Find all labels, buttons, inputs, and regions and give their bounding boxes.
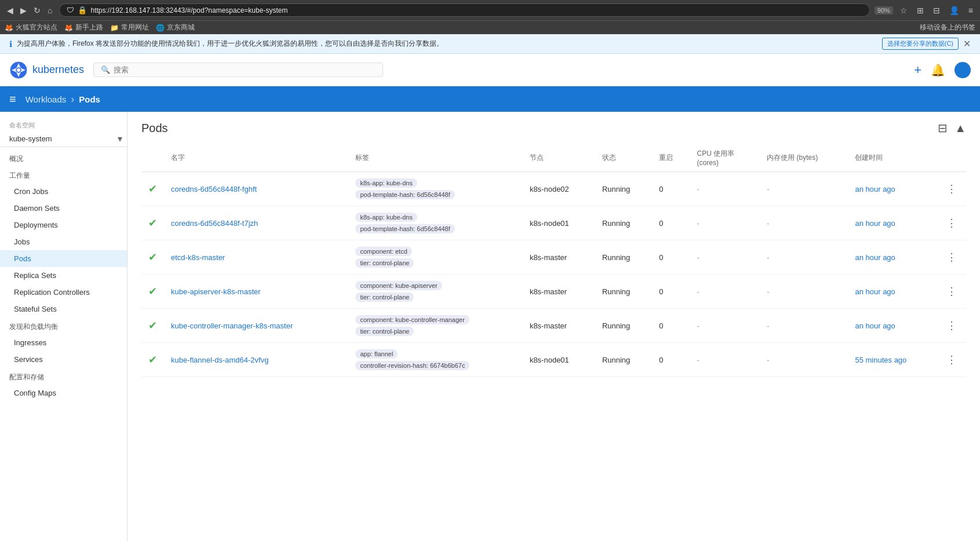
search-input[interactable] <box>114 65 376 74</box>
pod-more-button[interactable]: ⋮ <box>944 317 959 334</box>
sidebar-item-ingresses[interactable]: Ingresses <box>0 334 127 351</box>
pod-more-button[interactable]: ⋮ <box>944 180 959 198</box>
pod-name-link[interactable]: etcd-k8s-master <box>171 253 225 262</box>
sort-button[interactable]: ▲ <box>955 122 966 135</box>
pod-status-icon: ✔ <box>141 309 164 343</box>
sidebar-item-config-maps[interactable]: Config Maps <box>0 385 127 401</box>
search-bar[interactable]: 🔍 <box>93 63 383 77</box>
pod-node-cell: k8s-master <box>523 240 595 275</box>
tag-chip: controller-revision-hash: 6674b6b67c <box>355 361 469 370</box>
mobile-bookmarks[interactable]: 移动设备上的书签 <box>920 23 975 32</box>
pod-created-cell: an hour ago <box>848 309 937 343</box>
bookmark-label: 京东商城 <box>167 23 195 32</box>
sidebar-group-workloads: 工作量 <box>0 166 127 183</box>
pod-more-button[interactable]: ⋮ <box>944 214 959 232</box>
breadcrumb-separator: › <box>71 93 74 105</box>
back-button[interactable]: ◀ <box>5 5 16 16</box>
forward-button[interactable]: ▶ <box>18 5 29 16</box>
reload-button[interactable]: ↻ <box>31 5 43 16</box>
sidebar-item-cron-jobs[interactable]: Cron Jobs <box>0 183 127 200</box>
bookmark-label: 新手上路 <box>75 23 103 32</box>
notification-action-button[interactable]: 选择您要分享的数据(C) <box>882 38 959 50</box>
pod-name-link[interactable]: coredns-6d56c8448f-t7jzh <box>171 219 258 228</box>
pod-memory-cell: - <box>760 206 848 240</box>
pod-name-link[interactable]: kube-apiserver-k8s-master <box>171 287 261 296</box>
filter-button[interactable]: ⊟ <box>938 121 948 135</box>
pod-status-icon: ✔ <box>141 206 164 240</box>
bookmark-firefox[interactable]: 🦊 火狐官方站点 <box>5 23 57 32</box>
pod-more-button[interactable]: ⋮ <box>944 248 959 266</box>
sidebar-item-stateful-sets[interactable]: Stateful Sets <box>0 301 127 317</box>
star-button[interactable]: ☆ <box>898 5 910 16</box>
bookmark-jd[interactable]: 🌐 京东商城 <box>156 23 195 32</box>
sidebar-item-pods[interactable]: Pods <box>0 250 127 267</box>
sidebar-item-replica-sets[interactable]: Replica Sets <box>0 267 127 284</box>
pod-more-button[interactable]: ⋮ <box>944 283 959 300</box>
extensions-button[interactable]: ⊞ <box>915 5 926 16</box>
tag-chip: component: etcd <box>355 247 411 256</box>
profile-button[interactable]: 👤 <box>947 5 961 16</box>
pod-cpu-cell: - <box>690 275 760 309</box>
sidebar-item-daemon-sets[interactable]: Daemon Sets <box>0 200 127 217</box>
sidebar-item-jobs[interactable]: Jobs <box>0 233 127 250</box>
pod-name-link[interactable]: kube-flannel-ds-amd64-2vfvg <box>171 356 268 364</box>
address-bar[interactable]: 🛡 🔒 https://192.168.147.138:32443/#/pod?… <box>59 3 869 17</box>
sidebar-item-deployments[interactable]: Deployments <box>0 217 127 233</box>
table-row: ✔coredns-6d56c8448f-fghftk8s-app: kube-d… <box>141 172 966 206</box>
pods-table: 名字 标签 节点 状态 重启 CPU 使用率 (cores) 内存使用 (byt… <box>141 144 966 377</box>
pod-name-cell: kube-flannel-ds-amd64-2vfvg <box>164 343 348 377</box>
pod-created-cell: an hour ago <box>848 172 937 206</box>
menu-button[interactable]: ≡ <box>966 5 975 16</box>
user-profile-button[interactable]: 👤 <box>955 62 971 78</box>
namespace-dropdown[interactable]: kube-system ▾ <box>0 131 127 147</box>
svg-point-1 <box>17 68 20 72</box>
pod-status-cell: Running <box>595 172 652 206</box>
notifications-button[interactable]: 🔔 <box>931 63 945 77</box>
sidebar-item-services[interactable]: Services <box>0 351 127 368</box>
bookmark-label: 常用网址 <box>121 23 149 32</box>
bookmark-button[interactable]: ⊟ <box>931 5 942 16</box>
col-created-header: 创建时间 <box>848 144 937 172</box>
pod-status-icon: ✔ <box>141 240 164 275</box>
folder-icon: 📁 <box>110 24 119 32</box>
tag-chip: pod-template-hash: 6d56c8448f <box>355 190 454 199</box>
col-name-header: 名字 <box>164 144 348 172</box>
pod-name-link[interactable]: kube-controller-manager-k8s-master <box>171 321 293 330</box>
tag-chip: component: kube-apiserver <box>355 281 442 290</box>
workloads-breadcrumb-link[interactable]: Workloads <box>25 94 67 104</box>
pod-node-cell: k8s-master <box>523 309 595 343</box>
tag-chip: k8s-app: kube-dns <box>355 213 417 222</box>
pod-status-icon: ✔ <box>141 172 164 206</box>
add-resource-button[interactable]: + <box>914 63 921 78</box>
home-button[interactable]: ⌂ <box>45 5 54 16</box>
col-restarts-header: 重启 <box>652 144 690 172</box>
firefox2-icon: 🦊 <box>64 24 73 32</box>
content-area: Pods ⊟ ▲ 名字 标签 节点 状态 重启 CPU 使用率 (cores) … <box>127 112 980 541</box>
pod-tags-cell: k8s-app: kube-dnspod-template-hash: 6d56… <box>348 206 522 240</box>
pod-restarts-cell: 0 <box>652 343 690 377</box>
globe-icon: 🌐 <box>156 24 165 32</box>
hamburger-menu-button[interactable]: ≡ <box>9 93 16 106</box>
bookmark-newuser[interactable]: 🦊 新手上路 <box>64 23 103 32</box>
security-icon: 🛡 <box>67 6 74 14</box>
pod-actions-cell: ⋮ <box>937 172 966 206</box>
bookmarks-bar: 🦊 火狐官方站点 🦊 新手上路 📁 常用网址 🌐 京东商城 移动设备上的书签 <box>0 20 980 34</box>
pod-status-icon: ✔ <box>141 343 164 377</box>
pod-more-button[interactable]: ⋮ <box>944 351 959 368</box>
sidebar-item-replication-controllers[interactable]: Replication Controllers <box>0 284 127 301</box>
table-header: 名字 标签 节点 状态 重启 CPU 使用率 (cores) 内存使用 (byt… <box>141 144 966 172</box>
pods-table-body: ✔coredns-6d56c8448f-fghftk8s-app: kube-d… <box>141 172 966 377</box>
pod-name-link[interactable]: coredns-6d56c8448f-fghft <box>171 185 257 193</box>
header-actions: + 🔔 👤 <box>914 62 971 78</box>
nav-bar: ≡ Workloads › Pods <box>0 86 980 112</box>
pod-restarts-cell: 0 <box>652 172 690 206</box>
pod-name-cell: coredns-6d56c8448f-t7jzh <box>164 206 348 240</box>
bookmark-common[interactable]: 📁 常用网址 <box>110 23 149 32</box>
info-icon: ℹ <box>9 39 12 49</box>
pod-actions-cell: ⋮ <box>937 275 966 309</box>
app-title: kubernetes <box>32 64 84 76</box>
notification-close-button[interactable]: ✕ <box>963 38 971 49</box>
tag-chip: tier: control-plane <box>355 293 414 302</box>
table-row: ✔coredns-6d56c8448f-t7jzhk8s-app: kube-d… <box>141 206 966 240</box>
pod-status-cell: Running <box>595 240 652 275</box>
